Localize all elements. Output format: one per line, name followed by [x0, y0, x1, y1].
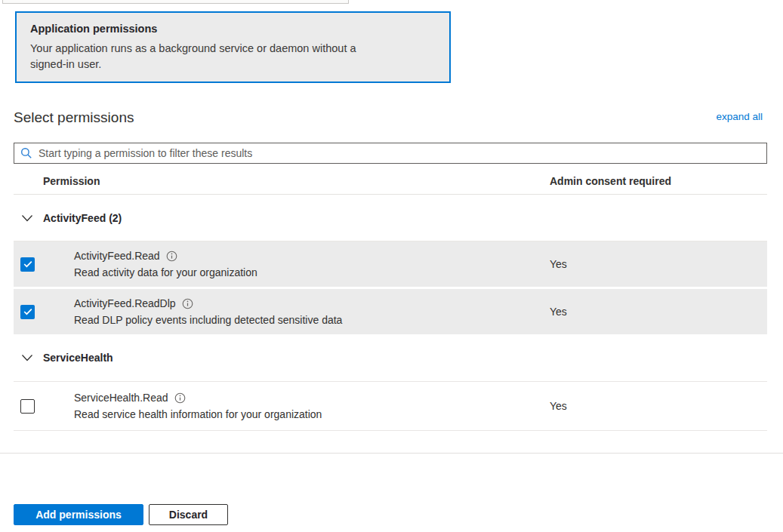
chevron-down-icon[interactable] — [21, 352, 33, 363]
admin-consent-value: Yes — [550, 258, 567, 270]
column-header-admin-consent: Admin consent required — [550, 175, 671, 187]
application-permissions-card[interactable]: Application permissions Your application… — [15, 11, 451, 83]
group-row-servicehealth[interactable]: ServiceHealth — [14, 334, 767, 382]
section-divider — [0, 453, 783, 454]
info-icon[interactable] — [174, 392, 186, 404]
permissions-table: Permission Admin consent required Activi… — [14, 174, 767, 431]
permission-row-activityfeed-readdlp[interactable]: ActivityFeed.ReadDlp Read DLP policy eve… — [14, 289, 767, 334]
permission-description: Read DLP policy events including detecte… — [74, 314, 342, 326]
admin-consent-value: Yes — [550, 306, 567, 318]
checkbox-checked[interactable] — [20, 305, 35, 319]
select-permissions-heading: Select permissions — [14, 109, 134, 126]
group-label: ActivityFeed (2) — [43, 212, 122, 224]
checkbox-unchecked[interactable] — [20, 399, 35, 414]
application-permissions-description: Your application runs as a background se… — [30, 41, 393, 72]
group-row-activityfeed[interactable]: ActivityFeed (2) — [14, 195, 767, 241]
permission-filter-box[interactable] — [14, 143, 767, 164]
table-header-row: Permission Admin consent required — [14, 174, 767, 195]
permission-name: ActivityFeed.ReadDlp — [74, 297, 176, 309]
expand-all-link[interactable]: expand all — [716, 111, 763, 122]
footer-actions: Add permissions Discard — [14, 504, 228, 525]
delegated-permissions-card-cutoff[interactable] — [2, 0, 349, 4]
permission-filter-input[interactable] — [39, 147, 760, 159]
permissions-panel: Application permissions Your application… — [0, 0, 783, 532]
checkbox-checked[interactable] — [20, 257, 35, 272]
admin-consent-value: Yes — [550, 400, 567, 412]
permission-name: ServiceHealth.Read — [74, 392, 168, 404]
info-icon[interactable] — [166, 251, 177, 262]
permission-row-activityfeed-read[interactable]: ActivityFeed.Read Read activity data for… — [14, 241, 767, 287]
permission-name: ActivityFeed.Read — [74, 250, 160, 262]
group-label: ServiceHealth — [43, 352, 113, 364]
discard-button[interactable]: Discard — [149, 504, 228, 525]
permission-description: Read activity data for your organization — [74, 266, 257, 278]
application-permissions-title: Application permissions — [30, 23, 436, 35]
permission-text: ServiceHealth.Read Read service health i… — [74, 392, 322, 420]
chevron-down-icon[interactable] — [21, 213, 33, 223]
add-permissions-button[interactable]: Add permissions — [14, 504, 143, 525]
info-icon[interactable] — [182, 298, 193, 309]
permission-description: Read service health information for your… — [74, 408, 322, 420]
search-icon — [20, 147, 32, 159]
permission-text: ActivityFeed.Read Read activity data for… — [74, 250, 257, 278]
permission-text: ActivityFeed.ReadDlp Read DLP policy eve… — [74, 297, 342, 326]
column-header-permission: Permission — [43, 175, 100, 187]
permission-row-servicehealth-read[interactable]: ServiceHealth.Read Read service health i… — [14, 382, 767, 431]
